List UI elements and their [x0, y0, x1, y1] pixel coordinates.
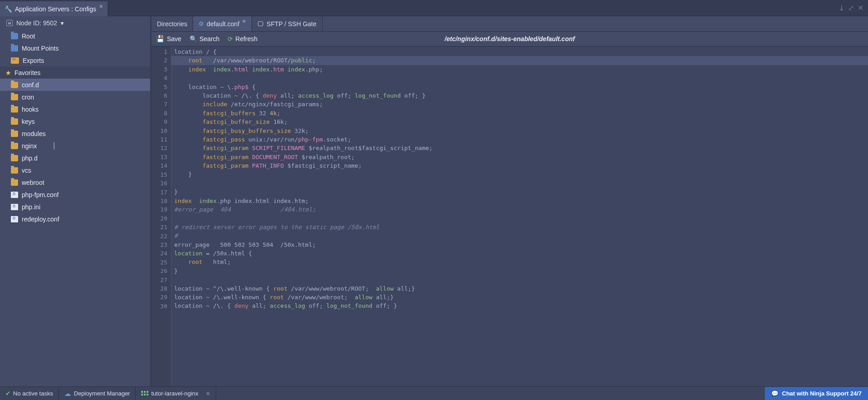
export-icon — [11, 57, 19, 64]
code-line[interactable]: index index.php index.html index.htm; — [174, 197, 868, 205]
chat-icon: 💬 — [771, 390, 778, 397]
code-line[interactable]: fastcgi_buffers 32 4k; — [174, 109, 868, 118]
folder-icon — [11, 143, 18, 149]
tree-item-webroot[interactable]: webroot — [0, 176, 150, 188]
code-line[interactable] — [174, 179, 868, 188]
tasks-status[interactable]: ✔ No active tasks — [0, 387, 59, 400]
tree-item-php-fpm-conf[interactable]: php-fpm.conf — [0, 188, 150, 201]
code-line[interactable] — [174, 214, 868, 222]
folder-icon — [11, 131, 18, 137]
tree-item-hooks[interactable]: hooks — [0, 103, 150, 115]
maximize-icon[interactable]: ⤢ — [848, 4, 854, 12]
tree-item-conf-d[interactable]: conf.d — [0, 79, 150, 91]
tree-exports[interactable]: Exports — [0, 54, 150, 66]
code-line[interactable]: location ~ /\. { deny all; access_log of… — [174, 301, 868, 310]
code-line[interactable]: } — [174, 267, 868, 275]
tree-item-label: Mount Points — [22, 45, 59, 52]
tree-item-keys[interactable]: keys — [0, 115, 150, 127]
tree-item-modules[interactable]: modules — [0, 127, 150, 140]
code-line[interactable] — [174, 74, 868, 82]
deployment-manager[interactable]: ☁ Deployment Manager — [59, 387, 136, 400]
code-area[interactable]: location / { root /var/www/webroot/ROOT/… — [171, 47, 868, 386]
file-tabs: Directories⚙default.conf✕🖵SFTP / SSH Gat… — [152, 16, 868, 32]
code-line[interactable]: index index.html index.htm index.php; — [174, 65, 868, 74]
file-tab-directories[interactable]: Directories — [152, 16, 193, 31]
code-line[interactable]: } — [174, 170, 868, 179]
tree-item-redeploy-conf[interactable]: redeploy.conf — [0, 213, 150, 225]
code-line[interactable]: # — [174, 231, 868, 240]
tree-mount-points[interactable]: Mount Points — [0, 42, 150, 54]
folder-icon — [11, 33, 18, 39]
file-tab-label: Directories — [157, 20, 187, 28]
save-button[interactable]: 💾 Save — [156, 35, 181, 43]
cloud-icon: ☁ — [64, 390, 71, 398]
tree-item-vcs[interactable]: vcs — [0, 164, 150, 176]
code-line[interactable]: #error_page 404 /404.html; — [174, 205, 868, 214]
environment-tab[interactable]: tutor-laravel-nginx ✕ — [136, 387, 216, 400]
node-icon: м — [6, 20, 13, 26]
gear-icon: ⚙ — [199, 20, 204, 27]
chat-support-button[interactable]: 💬 Chat with Ninja Support 24/7 — [765, 387, 868, 400]
folder-icon — [11, 106, 18, 113]
code-editor[interactable]: 1234567891011121314151617181920212223242… — [152, 47, 868, 386]
tree-item-label: php.d — [22, 155, 38, 162]
status-bar: ✔ No active tasks ☁ Deployment Manager t… — [0, 386, 868, 400]
code-line[interactable]: error_page 500 502 503 504 /50x.html; — [174, 240, 868, 249]
file-icon — [11, 192, 18, 198]
code-line[interactable]: location ~ ^/\.well-known { root /var/ww… — [174, 284, 868, 293]
tree-item-label: webroot — [22, 179, 44, 186]
code-line[interactable]: } — [174, 188, 868, 196]
close-icon[interactable]: ✕ — [99, 4, 103, 9]
node-selector[interactable]: м Node ID: 9502 ▾ — [0, 16, 150, 30]
file-tab-sftp-ssh-gate[interactable]: 🖵SFTP / SSH Gate — [252, 16, 322, 31]
code-line[interactable]: fastcgi_param PATH_INFO $fastcgi_script_… — [174, 161, 868, 170]
code-line[interactable]: # redirect server error pages to the sta… — [174, 223, 868, 231]
window-tab-label: Application Servers : Configs — [15, 5, 96, 13]
file-tab-default-conf[interactable]: ⚙default.conf✕ — [193, 16, 252, 31]
code-line[interactable]: location = /50x.html { — [174, 249, 868, 258]
tree-item-label: conf.d — [22, 81, 39, 89]
code-line[interactable]: fastcgi_buffer_size 16k; — [174, 118, 868, 126]
search-button[interactable]: 🔍 Search — [190, 35, 219, 42]
code-line[interactable]: fastcgi_param DOCUMENT_ROOT $realpath_ro… — [174, 153, 868, 161]
window-controls: ⤓ ⤢ ✕ — [839, 0, 868, 16]
text-cursor — [54, 142, 54, 150]
code-line[interactable] — [174, 275, 868, 284]
editor-pane: Directories⚙default.conf✕🖵SFTP / SSH Gat… — [152, 16, 868, 386]
close-icon[interactable]: ✕ — [242, 19, 246, 24]
download-icon[interactable]: ⤓ — [839, 4, 844, 12]
tree-item-nginx[interactable]: nginx — [0, 140, 150, 152]
tree-item-label: redeploy.conf — [22, 216, 59, 223]
code-line[interactable]: location ~ /\. { deny all; access_log of… — [174, 91, 868, 100]
code-line[interactable]: fastcgi_pass unix:/var/run/php-fpm.socke… — [174, 135, 868, 144]
star-icon: ★ — [5, 69, 12, 76]
close-icon[interactable]: ✕ — [206, 391, 210, 397]
code-line[interactable]: location ~ \.php$ { — [174, 83, 868, 91]
window-tab-bar: 🔧 Application Servers : Configs ✕ ⤓ ⤢ ✕ — [0, 0, 868, 16]
code-line[interactable]: fastcgi_busy_buffers_size 32k; — [174, 127, 868, 135]
check-icon: ✔ — [5, 390, 10, 397]
window-tab-app-servers[interactable]: 🔧 Application Servers : Configs ✕ — [0, 1, 108, 16]
favorites-header: ★ Favorites — [0, 66, 150, 79]
refresh-label: Refresh — [235, 35, 257, 42]
tree-item-label: keys — [22, 118, 35, 125]
sidebar: м Node ID: 9502 ▾ Root Mount Points Expo… — [0, 16, 152, 386]
tree-item-php-ini[interactable]: php.ini — [0, 201, 150, 213]
node-label: Node ID: 9502 — [16, 19, 57, 27]
refresh-icon: ⟳ — [228, 35, 233, 42]
refresh-button[interactable]: ⟳ Refresh — [228, 35, 257, 42]
code-line[interactable]: location / { — [174, 47, 868, 56]
code-line[interactable]: location ~ /\.well-known { root /var/www… — [174, 293, 868, 301]
tree-root[interactable]: Root — [0, 30, 150, 42]
close-window-icon[interactable]: ✕ — [858, 4, 863, 12]
code-line[interactable]: include /etc/nginx/fastcgi_params; — [174, 100, 868, 108]
file-icon — [11, 204, 18, 210]
editor-toolbar: 💾 Save 🔍 Search ⟳ Refresh /etc/nginx/con… — [152, 32, 868, 47]
search-label: Search — [199, 35, 219, 42]
tree-item-php-d[interactable]: php.d — [0, 152, 150, 164]
tree-item-label: nginx — [22, 142, 37, 150]
save-label: Save — [167, 35, 181, 42]
tree-item-cron[interactable]: cron — [0, 91, 150, 103]
code-line[interactable]: root html; — [174, 258, 868, 266]
code-line[interactable]: fastcgi_param SCRIPT_FILENAME $realpath_… — [174, 144, 868, 152]
